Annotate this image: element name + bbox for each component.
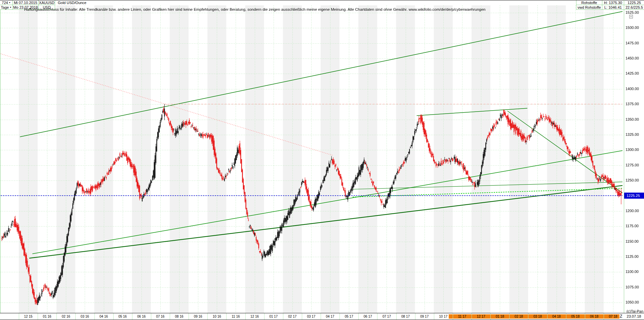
info-box-row-1: Rohstoffe H: 1375.30 1225.25 (576, 0, 644, 5)
x-axis-label: 12 17 (477, 314, 485, 319)
x-axis-label: 02 17 (288, 314, 296, 319)
x-axis-label: 03 16 (81, 314, 89, 319)
x-axis-label: 05 16 (118, 314, 127, 319)
x-axis-tick (170, 313, 170, 320)
y-axis-label: 1400.00 (626, 87, 639, 91)
y-axis-label: 1150.00 (626, 239, 639, 244)
instrument-title: Gold USD/Ounce (56, 0, 88, 5)
y-axis-label: 1200.00 (626, 209, 639, 213)
x-axis[interactable]: 12 1501 1602 1603 1604 1605 1606 1607 16… (0, 313, 644, 320)
y-axis-label: 1525.00 (626, 10, 639, 15)
x-axis-tick (75, 313, 76, 320)
x-axis-label: 04 18 (552, 314, 561, 319)
y-axis-label: 1250.00 (626, 178, 639, 183)
x-axis-tick (151, 313, 151, 320)
period-high-label: H: 1375.30 (602, 0, 624, 5)
x-axis-label: 08 17 (401, 314, 410, 319)
x-axis-tick (415, 313, 415, 320)
change-label: 22.6/225.5 (624, 5, 644, 10)
x-axis-label: 06 17 (364, 314, 372, 319)
x-axis-tick (396, 313, 397, 320)
x-axis-label: 02 18 (515, 314, 523, 319)
chevron-down-icon: ▼ (9, 6, 11, 8)
zoom-marker: Z (620, 314, 622, 319)
x-axis-tick (490, 313, 491, 320)
symbol-field[interactable]: XAUUSD (39, 0, 55, 5)
x-axis-tick (528, 313, 528, 320)
x-axis-label: 10 16 (213, 314, 221, 319)
y-axis-label: 1450.00 (626, 56, 639, 61)
x-axis-tick (38, 313, 38, 320)
x-axis-label: 09 17 (420, 314, 429, 319)
disclaimer-text: Haftungsausschluss für Inhalte: Alle Tre… (24, 7, 486, 11)
x-axis-label: 01 16 (43, 314, 51, 319)
x-axis-label: 11 17 (458, 314, 466, 319)
collapse-icon[interactable]: − (629, 15, 633, 18)
y-axis-label: 1350.00 (626, 117, 639, 122)
x-axis-label: 11 16 (232, 314, 240, 319)
last-price-badge: 1225.25 (624, 193, 644, 199)
x-axis-tick (189, 313, 189, 320)
y-axis-label: 1500.00 (626, 26, 639, 30)
y-axis-label: 1175.00 (626, 224, 639, 228)
x-axis-tick (566, 313, 566, 320)
x-axis-tick (207, 313, 208, 320)
x-axis-label: 09 16 (194, 314, 202, 319)
x-axis-tick (226, 313, 227, 320)
x-axis-label: 03 17 (307, 314, 315, 319)
x-axis-tick (264, 313, 265, 320)
x-axis-tick (434, 313, 434, 320)
x-axis-tick (56, 313, 57, 320)
x-axis-label: 07 17 (383, 314, 391, 319)
period-dropdown[interactable]: Tage▼ (0, 5, 13, 10)
price-chart-canvas[interactable] (0, 0, 644, 320)
y-axis-label: 1050.00 (626, 300, 639, 305)
bars-count-dropdown[interactable]: 724▼ (0, 0, 13, 5)
x-axis-label: 06 18 (590, 314, 598, 319)
y-axis-label: 1325.00 (626, 132, 639, 137)
y-axis-label: 1475.00 (626, 41, 639, 45)
y-axis-label: 1125.00 (626, 254, 639, 259)
x-axis-label: 04 16 (99, 314, 108, 319)
y-axis-label: 1275.00 (626, 163, 639, 167)
x-axis-tick (283, 313, 283, 320)
x-axis-tick (302, 313, 302, 320)
x-axis-label: 05 17 (345, 314, 353, 319)
source-label: vwd Rohstoffe (576, 5, 602, 10)
x-axis-label: 12 15 (24, 314, 32, 319)
date-start-field[interactable]: Mi 07.10.2015 (13, 0, 39, 5)
category-label: Rohstoffe (576, 0, 602, 5)
last-price-label: 1225.25 (624, 0, 644, 5)
x-axis-tick (472, 313, 472, 320)
x-axis-tick (377, 313, 377, 320)
x-axis-tick (339, 313, 340, 320)
x-axis-tick (113, 313, 114, 320)
y-axis-label: 1375.00 (626, 102, 639, 106)
x-axis-label: 08 16 (175, 314, 184, 319)
x-axis-tick (245, 313, 246, 320)
last-date-label: 23.07.18 (625, 314, 643, 318)
top-border (0, 0, 644, 0)
header-row-1: 724▼ Mi 07.10.2015 XAUUSD (0, 0, 55, 5)
x-axis-label: 03 18 (533, 314, 542, 319)
x-axis-label: 07 16 (156, 314, 164, 319)
x-axis-tick (585, 313, 585, 320)
x-axis-label: 01 17 (269, 314, 278, 319)
x-axis-label: 07 18 (609, 314, 617, 319)
x-axis-label: 10 17 (439, 314, 447, 319)
tai-pan-chart-window: 724▼ Mi 07.10.2015 XAUUSD Tage▼ Mo 23.07… (0, 0, 644, 320)
x-axis-tick (358, 313, 359, 320)
y-axis-label: 1100.00 (626, 270, 639, 274)
x-axis-tick (509, 313, 510, 320)
x-axis-tick (547, 313, 548, 320)
x-axis-label: 02 16 (62, 314, 70, 319)
x-axis-label: 01 18 (496, 314, 504, 319)
x-axis-tick (94, 313, 95, 320)
x-axis-label: 04 17 (326, 314, 334, 319)
x-axis-tick (132, 313, 132, 320)
info-box-row-2: vwd Rohstoffe L: 1046.41 22.6/225.5 (576, 5, 644, 10)
period-low-label: L: 1046.41 (602, 5, 624, 10)
x-axis-label: 05 18 (571, 314, 579, 319)
x-axis-tick (321, 313, 321, 320)
x-axis-tick (19, 313, 19, 320)
